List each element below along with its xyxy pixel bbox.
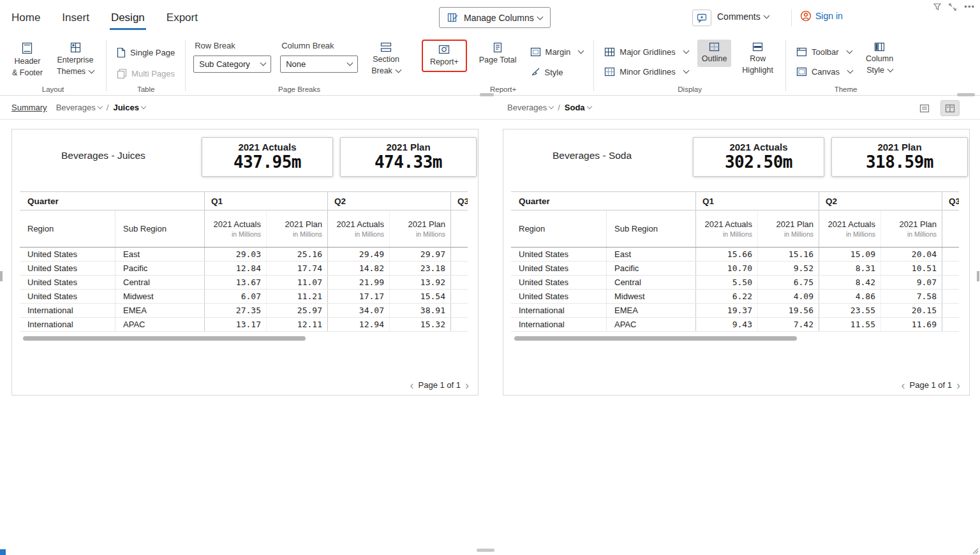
q2-actuals-column-header[interactable]: 2021 Actuals in Millions xyxy=(819,211,881,247)
prev-page-button[interactable]: ‹ xyxy=(410,381,414,389)
q1-plan-column-header[interactable]: 2021 Plan in Millions xyxy=(758,211,819,247)
toolbar-button[interactable]: Toolbar xyxy=(794,45,855,59)
table-row[interactable]: InternationalEMEA19.3719.5623.5520.15 xyxy=(511,304,959,318)
kpi-plan-card[interactable]: 2021 Plan 474.33m xyxy=(340,137,477,177)
kpi-plan-card[interactable]: 2021 Plan 318.59m xyxy=(831,137,968,177)
ribbon-scroll-handle[interactable] xyxy=(957,93,975,96)
row-subregion-cell: East xyxy=(115,248,205,261)
page-indicator: Page 1 of 1 xyxy=(419,380,461,390)
report-plus-button[interactable]: Report+ xyxy=(426,41,463,70)
resize-grip-icon[interactable] xyxy=(971,547,979,554)
single-page-button[interactable]: Single Page xyxy=(114,45,177,61)
comments-button[interactable]: Comments xyxy=(717,11,769,22)
right-resize-handle[interactable] xyxy=(977,271,979,281)
row-highlight-button[interactable]: Row Highlight xyxy=(738,40,778,78)
kpi-actuals-card[interactable]: 2021 Actuals 302.50m xyxy=(693,137,824,177)
tab-export[interactable]: Export xyxy=(165,6,199,30)
table-row[interactable]: United StatesPacific12.8417.7414.8223.18 xyxy=(20,262,468,276)
canvas-button[interactable]: Canvas xyxy=(794,64,855,79)
quarter-label[interactable]: Quarter xyxy=(20,192,205,210)
table-row[interactable]: United StatesMidwest6.224.094.867.58 xyxy=(511,290,959,304)
row-break-select[interactable]: Sub Category xyxy=(193,56,271,73)
style-button[interactable]: Style xyxy=(528,64,586,80)
table-row[interactable]: InternationalEMEA27.3525.9734.0738.91 xyxy=(20,304,468,318)
margin-button[interactable]: Margin xyxy=(528,45,586,59)
region-column-header[interactable]: Region xyxy=(20,211,115,247)
chevron-down-icon[interactable] xyxy=(586,103,591,108)
button-label: Margin xyxy=(546,47,571,57)
breadcrumb-current[interactable]: Soda xyxy=(565,103,585,112)
q2-actuals-column-header[interactable]: 2021 Actuals in Millions xyxy=(328,211,390,247)
table-row[interactable]: United StatesMidwest6.0711.2117.1715.54 xyxy=(20,290,468,304)
canvas-top-handle[interactable] xyxy=(480,93,494,96)
page-total-button[interactable]: Page Total xyxy=(475,40,521,68)
table-row[interactable]: United StatesCentral13.6711.0721.9913.92 xyxy=(20,276,468,290)
sign-in-button[interactable]: Sign in xyxy=(800,10,843,22)
row-region-cell: United States xyxy=(511,262,607,275)
q2-plan-column-header[interactable]: 2021 Plan in Millions xyxy=(390,211,451,247)
next-page-button[interactable]: › xyxy=(956,381,960,389)
q1-actuals-column-header[interactable]: 2021 Actuals in Millions xyxy=(696,211,758,247)
table-row[interactable]: United StatesEast15.6615.1615.0920.04 xyxy=(511,248,959,262)
multi-pages-button[interactable]: Multi Pages xyxy=(114,66,177,82)
tab-insert[interactable]: Insert xyxy=(61,6,91,30)
q1-plan-column-header[interactable]: 2021 Plan in Millions xyxy=(267,211,328,247)
chevron-down-icon[interactable] xyxy=(549,103,554,108)
table-row[interactable]: InternationalAPAC13.1712.1112.9415.32 xyxy=(20,318,468,332)
section-break-button[interactable]: Section Break xyxy=(367,40,405,78)
q2-actuals-value-cell: 11.55 xyxy=(819,318,881,331)
column-style-button[interactable]: Column Style xyxy=(861,40,898,78)
quarter-q1-header[interactable]: Q1 xyxy=(696,192,819,210)
bottom-scroll-thumb[interactable] xyxy=(477,549,494,552)
table-row[interactable]: United StatesPacific10.709.528.3110.51 xyxy=(511,262,959,276)
minor-gridlines-button[interactable]: Minor Gridlines xyxy=(602,64,690,79)
breadcrumb-parent[interactable]: Beverages xyxy=(56,103,96,112)
split-view-toggle[interactable] xyxy=(940,100,960,116)
q2-plan-value-cell: 13.92 xyxy=(390,276,451,289)
subregion-column-header[interactable]: Sub Region xyxy=(115,211,205,247)
q2-plan-value-cell: 11.69 xyxy=(881,318,942,331)
single-view-toggle[interactable] xyxy=(915,100,934,116)
enterprise-themes-button[interactable]: Enterprise Themes xyxy=(52,40,98,79)
quarter-q1-header[interactable]: Q1 xyxy=(205,192,328,210)
horizontal-scrollbar[interactable] xyxy=(23,336,306,341)
subregion-column-header[interactable]: Sub Region xyxy=(607,211,696,247)
quarter-q3-header-clipped[interactable]: Q3 xyxy=(942,192,959,210)
table-row[interactable]: United StatesCentral5.506.758.429.07 xyxy=(511,276,959,290)
clipped-column-header xyxy=(451,211,468,247)
manage-columns-button[interactable]: Manage Columns xyxy=(439,7,551,28)
kpi-actuals-card[interactable]: 2021 Actuals 437.95m xyxy=(202,137,333,177)
focus-mode-icon[interactable] xyxy=(949,3,956,11)
tab-home[interactable]: Home xyxy=(10,6,41,30)
breadcrumb-summary-link[interactable]: Summary xyxy=(11,103,47,112)
column-break-select[interactable]: None xyxy=(280,56,358,73)
filter-icon[interactable] xyxy=(933,3,941,10)
q1-actuals-column-header[interactable]: 2021 Actuals in Millions xyxy=(205,211,267,247)
add-comment-button[interactable] xyxy=(692,10,711,26)
header-footer-button[interactable]: Header & Footer xyxy=(8,40,47,80)
quarter-q3-header-clipped[interactable]: Q3 xyxy=(451,192,468,210)
major-gridlines-button[interactable]: Major Gridlines xyxy=(602,45,690,59)
outline-button[interactable]: Outline xyxy=(697,40,732,67)
chevron-down-icon[interactable] xyxy=(98,103,103,108)
left-resize-handle[interactable] xyxy=(0,271,3,281)
prev-page-button[interactable]: ‹ xyxy=(902,381,905,389)
tab-design[interactable]: Design xyxy=(110,6,146,30)
breadcrumb-current[interactable]: Juices xyxy=(113,103,138,112)
quarter-q2-header[interactable]: Q2 xyxy=(819,192,942,210)
q2-plan-column-header[interactable]: 2021 Plan in Millions xyxy=(881,211,942,247)
quarter-q2-header[interactable]: Q2 xyxy=(328,192,451,210)
clipped-value-cell xyxy=(451,318,468,331)
breadcrumb-parent[interactable]: Beverages xyxy=(507,103,547,112)
row-subregion-cell: Midwest xyxy=(115,290,205,303)
table-row[interactable]: United StatesEast29.0325.1629.4929.97 xyxy=(20,248,468,262)
more-options-icon[interactable]: ••• xyxy=(964,2,975,11)
breadcrumb-bar: Summary Beverages / Juices Beverages / S… xyxy=(0,96,980,120)
next-page-button[interactable]: › xyxy=(465,381,469,389)
chevron-down-icon[interactable] xyxy=(141,103,146,108)
horizontal-scrollbar[interactable] xyxy=(514,336,797,341)
column-header-title: 2021 Actuals xyxy=(337,219,384,229)
table-row[interactable]: InternationalAPAC9.437.4211.5511.69 xyxy=(511,318,959,332)
quarter-label[interactable]: Quarter xyxy=(511,192,696,210)
region-column-header[interactable]: Region xyxy=(511,211,607,247)
